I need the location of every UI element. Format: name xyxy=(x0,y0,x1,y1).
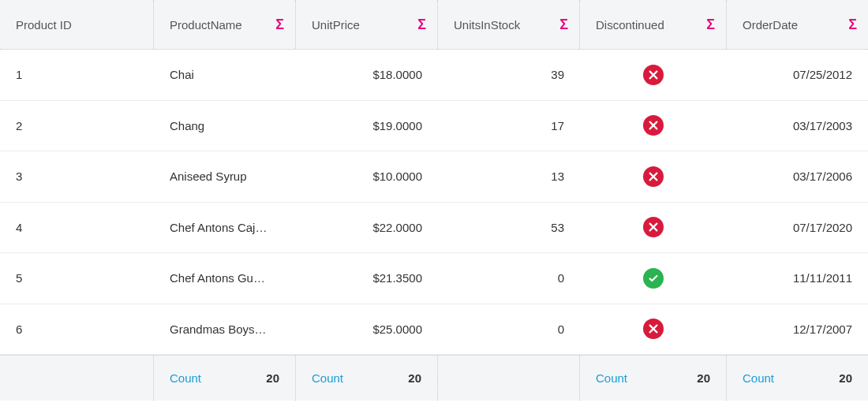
cell-unitPrice: $19.0000 xyxy=(296,101,438,151)
cell-productId: 5 xyxy=(0,253,154,304)
footer-cell xyxy=(438,356,580,401)
header-row: Product ID ProductName Σ UnitPrice Σ Uni… xyxy=(0,0,868,50)
table-row[interactable]: 4Chef Antons Caj…$22.00005307/17/2020 xyxy=(0,203,868,254)
cell-orderDate: 11/11/2011 xyxy=(727,253,868,304)
footer-value: 20 xyxy=(408,371,421,385)
cell-text: 17 xyxy=(551,119,564,132)
sigma-icon[interactable]: Σ xyxy=(275,17,284,32)
cell-text: Grandmas Boys… xyxy=(170,322,267,336)
cell-unitsInStock: 0 xyxy=(438,253,580,304)
cell-unitPrice: $22.0000 xyxy=(296,203,438,253)
cell-unitsInStock: 39 xyxy=(438,50,580,100)
cell-text: $21.3500 xyxy=(372,271,422,285)
cell-text: $10.0000 xyxy=(372,170,422,183)
cell-text: 0 xyxy=(558,322,564,336)
cell-productId: 3 xyxy=(0,151,154,202)
cross-icon xyxy=(643,319,664,339)
cell-text: 11/11/2011 xyxy=(793,271,852,285)
cell-text: 1 xyxy=(16,68,22,81)
column-header-label: UnitsInStock xyxy=(454,18,520,32)
cell-text: $18.0000 xyxy=(372,68,422,81)
sigma-icon[interactable]: Σ xyxy=(559,17,568,32)
table-row[interactable]: 2Chang$19.00001703/17/2003 xyxy=(0,101,868,152)
cell-orderDate: 07/25/2012 xyxy=(727,50,868,100)
cell-text: Chef Antons Caj… xyxy=(170,221,267,234)
cell-text: 4 xyxy=(16,221,22,234)
footer-label: Count xyxy=(596,371,627,385)
column-header-label: Discontinued xyxy=(596,18,664,32)
cell-text: 07/17/2020 xyxy=(793,221,852,234)
cell-discontinued xyxy=(580,151,727,202)
footer-value: 20 xyxy=(266,371,279,385)
cell-orderDate: 03/17/2006 xyxy=(727,151,868,202)
cell-orderDate: 12/17/2007 xyxy=(727,304,868,355)
cell-text: 13 xyxy=(551,170,564,183)
column-header-order-date[interactable]: OrderDate Σ xyxy=(727,0,868,49)
cell-text: 03/17/2003 xyxy=(793,119,852,132)
column-header-product-name[interactable]: ProductName Σ xyxy=(154,0,296,49)
cell-productId: 1 xyxy=(0,50,154,100)
cell-productName: Aniseed Syrup xyxy=(154,151,296,202)
footer-cell xyxy=(0,356,154,401)
column-header-unit-price[interactable]: UnitPrice Σ xyxy=(296,0,438,49)
cell-text: 12/17/2007 xyxy=(793,322,852,336)
cell-unitPrice: $21.3500 xyxy=(296,253,438,304)
cell-unitsInStock: 13 xyxy=(438,151,580,202)
table-row[interactable]: 6Grandmas Boys…$25.0000012/17/2007 xyxy=(0,304,868,356)
column-header-label: ProductName xyxy=(170,18,242,32)
data-grid: Product ID ProductName Σ UnitPrice Σ Uni… xyxy=(0,0,868,410)
cell-text: Aniseed Syrup xyxy=(170,170,247,183)
footer-cell[interactable]: Count 20 xyxy=(727,356,868,401)
cell-text: 53 xyxy=(551,221,564,234)
cell-productName: Chai xyxy=(154,50,296,100)
cell-productId: 2 xyxy=(0,101,154,151)
footer-label: Count xyxy=(312,371,343,385)
footer-cell[interactable]: Count 20 xyxy=(154,356,296,401)
cell-text: $19.0000 xyxy=(372,119,422,132)
column-header-units-in-stock[interactable]: UnitsInStock Σ xyxy=(438,0,580,49)
cross-icon xyxy=(643,65,664,85)
cell-text: Chef Antons Gu… xyxy=(170,271,265,285)
cell-text: 3 xyxy=(16,170,22,183)
cell-text: Chai xyxy=(170,68,194,81)
cell-productName: Chef Antons Caj… xyxy=(154,203,296,253)
cell-discontinued xyxy=(580,203,727,253)
column-header-product-id[interactable]: Product ID xyxy=(0,0,154,49)
cell-text: 6 xyxy=(16,322,22,336)
table-row[interactable]: 5Chef Antons Gu…$21.3500011/11/2011 xyxy=(0,253,868,304)
column-header-discontinued[interactable]: Discontinued Σ xyxy=(580,0,727,49)
footer-value: 20 xyxy=(839,371,852,385)
cell-orderDate: 03/17/2003 xyxy=(727,101,868,151)
cell-text: $22.0000 xyxy=(372,221,422,234)
cell-text: 39 xyxy=(551,68,564,81)
footer-row: Count 20 Count 20 Count 20 Count 20 xyxy=(0,355,868,401)
footer-value: 20 xyxy=(697,371,710,385)
footer-cell[interactable]: Count 20 xyxy=(580,356,727,401)
cell-discontinued xyxy=(580,304,727,355)
cell-discontinued xyxy=(580,101,727,151)
column-header-label: Product ID xyxy=(16,18,72,32)
rows-container: 1Chai$18.00003907/25/20122Chang$19.00001… xyxy=(0,50,868,355)
table-row[interactable]: 1Chai$18.00003907/25/2012 xyxy=(0,50,868,101)
footer-cell[interactable]: Count 20 xyxy=(296,356,438,401)
cell-unitPrice: $10.0000 xyxy=(296,151,438,202)
cell-orderDate: 07/17/2020 xyxy=(727,203,868,253)
cell-productName: Grandmas Boys… xyxy=(154,304,296,355)
cell-unitsInStock: 53 xyxy=(438,203,580,253)
cell-productName: Chef Antons Gu… xyxy=(154,253,296,304)
footer-label: Count xyxy=(170,371,201,385)
column-header-label: OrderDate xyxy=(743,18,798,32)
cross-icon xyxy=(643,217,664,237)
sigma-icon[interactable]: Σ xyxy=(706,17,715,32)
sigma-icon[interactable]: Σ xyxy=(848,17,857,32)
cross-icon xyxy=(643,115,664,136)
cell-text: 0 xyxy=(558,271,564,285)
cell-productId: 4 xyxy=(0,203,154,253)
column-header-label: UnitPrice xyxy=(312,18,360,32)
cell-text: 2 xyxy=(16,119,22,132)
sigma-icon[interactable]: Σ xyxy=(417,17,426,32)
table-row[interactable]: 3Aniseed Syrup$10.00001303/17/2006 xyxy=(0,151,868,203)
cell-text: $25.0000 xyxy=(372,322,422,336)
cell-unitsInStock: 0 xyxy=(438,304,580,355)
cell-unitPrice: $25.0000 xyxy=(296,304,438,355)
